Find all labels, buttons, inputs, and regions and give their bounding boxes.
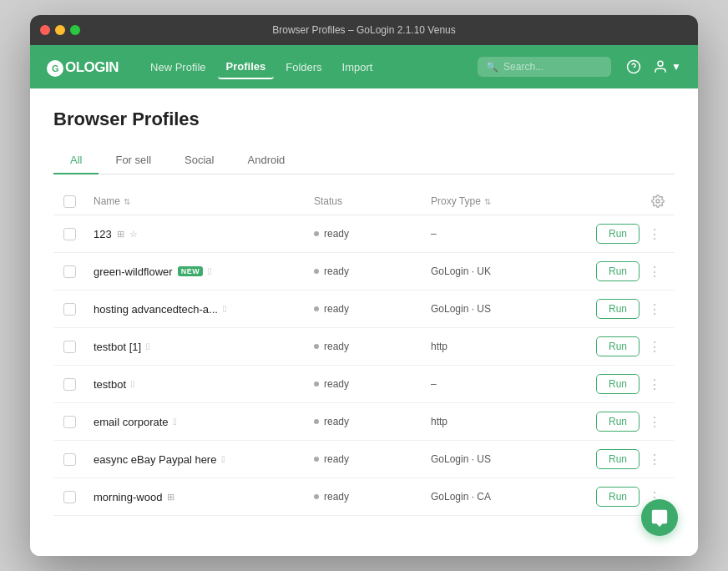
- table-row: easync eBay Paypal here  ready GoLogin …: [53, 441, 675, 478]
- search-box: 🔍: [478, 57, 611, 77]
- more-options-button[interactable]: ⋮: [645, 226, 665, 242]
- nav-new-profile[interactable]: New Profile: [142, 56, 214, 78]
- minimize-button[interactable]: [55, 25, 65, 35]
- row-select-checkbox[interactable]: [63, 341, 76, 353]
- row-checkbox: [63, 341, 94, 353]
- more-options-button[interactable]: ⋮: [645, 452, 665, 467]
- run-button[interactable]: Run: [596, 449, 640, 469]
- svg-point-3: [656, 200, 660, 203]
- status-cell: ready: [314, 265, 431, 277]
- window-title: Browser Profiles – GoLogin 2.1.10 Venus: [272, 24, 455, 36]
- row-select-checkbox[interactable]: [63, 228, 76, 240]
- run-button[interactable]: Run: [596, 224, 640, 244]
- status-dot: [314, 344, 319, 349]
- row-select-checkbox[interactable]: [63, 416, 76, 428]
- profile-name: testbot [1] : [94, 341, 314, 353]
- more-options-button[interactable]: ⋮: [645, 301, 665, 317]
- tab-social[interactable]: Social: [168, 147, 230, 174]
- profile-name: 123 ⊞ ☆: [94, 228, 314, 240]
- row-checkbox: [63, 265, 94, 278]
- name-sort-icon[interactable]: ⇅: [124, 197, 130, 206]
- tab-for-sell[interactable]: For sell: [99, 147, 168, 174]
- table-row: testbot [1]  ready http Run ⋮: [53, 328, 675, 366]
- logo[interactable]: GOLOGIN: [47, 57, 119, 77]
- nav-import[interactable]: Import: [334, 56, 382, 78]
- run-button[interactable]: Run: [596, 261, 640, 281]
- chat-fab-button[interactable]: [641, 499, 678, 536]
- screen-icon[interactable]: ⊞: [167, 492, 174, 503]
- status-dot: [314, 494, 319, 499]
- select-all-checkbox[interactable]: [63, 195, 76, 208]
- tab-android[interactable]: Android: [231, 147, 302, 174]
- nav-profiles[interactable]: Profiles: [218, 55, 275, 79]
- search-input[interactable]: [503, 61, 603, 73]
- row-checkbox: [63, 416, 94, 428]
- status-cell: ready: [314, 378, 431, 390]
- proxy-cell: –: [431, 228, 581, 240]
- svg-point-2: [658, 61, 663, 66]
- new-badge: NEW: [178, 266, 204, 276]
- apple-icon[interactable]: : [131, 379, 134, 389]
- status-cell: ready: [314, 303, 431, 315]
- apple-icon[interactable]: : [146, 341, 149, 351]
- actions-cell: Run ⋮: [581, 261, 665, 281]
- proxy-sort-icon[interactable]: ⇅: [484, 197, 491, 206]
- close-button[interactable]: [40, 25, 50, 35]
- table-header: Name ⇅ Status Proxy Type ⇅: [53, 188, 675, 215]
- profile-name: morning-wood ⊞: [94, 491, 314, 503]
- apple-icon[interactable]: : [221, 454, 225, 464]
- header-status: Status: [314, 195, 431, 207]
- fullscreen-button[interactable]: [70, 25, 80, 35]
- more-options-button[interactable]: ⋮: [645, 414, 665, 430]
- row-checkbox: [63, 378, 94, 391]
- apple-icon[interactable]: : [174, 417, 177, 427]
- run-button[interactable]: Run: [596, 299, 640, 319]
- row-checkbox: [63, 228, 94, 240]
- apple-icon[interactable]: : [208, 266, 211, 276]
- profile-name: green-wildflower NEW : [94, 265, 314, 278]
- nav-folders[interactable]: Folders: [277, 56, 330, 78]
- row-select-checkbox[interactable]: [63, 491, 76, 503]
- status-cell: ready: [314, 341, 431, 352]
- proxy-cell: http: [431, 416, 581, 427]
- navbar: GOLOGIN New Profile Profiles Folders Imp…: [30, 45, 698, 88]
- row-checkbox: [63, 491, 94, 503]
- proxy-cell: http: [431, 341, 581, 352]
- nav-icons: ▼: [621, 54, 681, 79]
- run-button[interactable]: Run: [596, 412, 640, 432]
- row-select-checkbox[interactable]: [63, 303, 76, 316]
- row-select-checkbox[interactable]: [63, 453, 76, 466]
- tab-all[interactable]: All: [53, 147, 99, 174]
- profile-name: testbot : [94, 378, 314, 391]
- status-dot: [314, 457, 319, 462]
- apple-icon[interactable]: : [223, 304, 226, 314]
- status-dot: [314, 382, 319, 387]
- table-row: green-wildflower NEW  ready GoLogin · U…: [53, 253, 675, 291]
- user-menu-button[interactable]: ▼: [653, 59, 681, 74]
- nav-links: New Profile Profiles Folders Import: [142, 55, 478, 79]
- profile-name: easync eBay Paypal here : [94, 453, 314, 466]
- table-row: testbot  ready – Run ⋮: [53, 366, 675, 403]
- more-options-button[interactable]: ⋮: [645, 339, 665, 355]
- header-settings[interactable]: [581, 195, 665, 208]
- actions-cell: Run ⋮: [581, 449, 665, 469]
- more-options-button[interactable]: ⋮: [645, 264, 665, 280]
- proxy-cell: GoLogin · US: [431, 453, 581, 465]
- row-select-checkbox[interactable]: [63, 378, 76, 391]
- run-button[interactable]: Run: [596, 487, 640, 507]
- title-bar: Browser Profiles – GoLogin 2.1.10 Venus: [30, 15, 698, 45]
- profile-name: email corporate : [94, 416, 314, 428]
- proxy-cell: GoLogin · US: [431, 303, 581, 315]
- more-options-button[interactable]: ⋮: [645, 376, 665, 392]
- table-row: morning-wood ⊞ ready GoLogin · CA Run ⋮: [53, 478, 675, 516]
- header-checkbox: [63, 195, 94, 208]
- star-icon[interactable]: ☆: [129, 229, 138, 240]
- screen-icon[interactable]: ⊞: [117, 229, 124, 240]
- proxy-cell: –: [431, 378, 581, 390]
- run-button[interactable]: Run: [596, 374, 640, 394]
- header-name: Name ⇅: [94, 195, 314, 207]
- help-button[interactable]: [621, 54, 646, 79]
- row-select-checkbox[interactable]: [63, 265, 76, 278]
- main-content: Browser Profiles All For sell Social And…: [30, 88, 698, 556]
- run-button[interactable]: Run: [596, 336, 640, 356]
